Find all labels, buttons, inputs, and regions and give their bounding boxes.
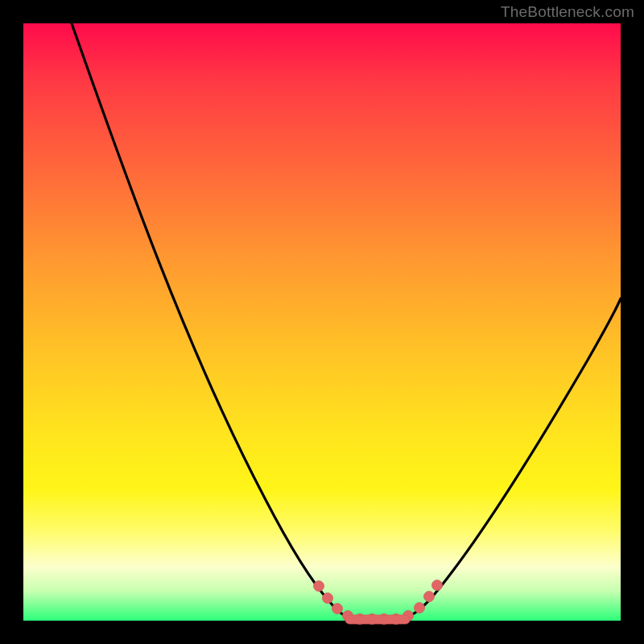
svg-point-2 bbox=[332, 604, 343, 614]
svg-rect-12 bbox=[345, 615, 410, 624]
svg-point-0 bbox=[314, 581, 324, 592]
watermark-label: TheBottleneck.com bbox=[501, 3, 634, 21]
svg-point-10 bbox=[424, 592, 435, 602]
chart-frame: TheBottleneck.com bbox=[0, 0, 644, 644]
plot-area bbox=[23, 23, 621, 621]
svg-point-11 bbox=[432, 580, 443, 591]
curve-path bbox=[72, 23, 621, 619]
svg-point-1 bbox=[323, 593, 333, 604]
valley-markers bbox=[314, 580, 443, 625]
bottleneck-curve bbox=[23, 23, 621, 621]
svg-point-9 bbox=[415, 603, 425, 613]
